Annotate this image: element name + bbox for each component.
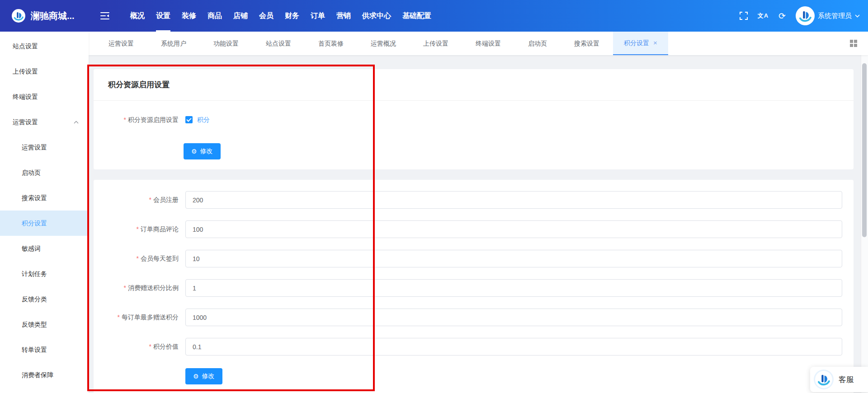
tab-launch-page[interactable]: 启动页 [514, 32, 561, 55]
nav-item-supply[interactable]: 供求中心 [362, 0, 391, 32]
support-widget[interactable]: 客服 [810, 367, 868, 392]
daily-signin-input[interactable] [185, 250, 842, 267]
nav-item-marketing[interactable]: 营销 [336, 0, 351, 32]
form-row: *订单商品评论 [94, 220, 854, 238]
field-label: *订单商品评论 [94, 220, 179, 238]
nav-item-decorate[interactable]: 装修 [182, 0, 196, 32]
consume-ratio-input[interactable] [185, 279, 842, 297]
sidebar-item-feedback-category[interactable]: 反馈分类 [0, 286, 89, 312]
modify-button-top[interactable]: ⚙ 修改 [184, 143, 221, 159]
tab-terminal-settings[interactable]: 终端设置 [462, 32, 514, 55]
scrollbar-thumb[interactable] [862, 63, 867, 237]
max-points-per-order-input[interactable] [185, 309, 842, 326]
nav-item-overview[interactable]: 概况 [130, 0, 145, 32]
sidebar-item-operation-settings-group[interactable]: 运营设置 [0, 109, 89, 135]
language-icon[interactable]: 文A [758, 12, 769, 20]
user-menu[interactable]: 系统管理员 [796, 6, 860, 25]
nav-item-goods[interactable]: 商品 [208, 0, 222, 32]
close-icon[interactable]: × [653, 32, 657, 54]
field-label: *会员注册 [94, 191, 179, 209]
tab-site-settings[interactable]: 站点设置 [252, 32, 305, 55]
main-content: 积分资源启用设置 *积分资源启用设置 积分 ⚙ 修改 *会员注册 *订单商品评论… [89, 55, 868, 393]
nav-item-shop[interactable]: 店铺 [233, 0, 248, 32]
user-name: 系统管理员 [818, 12, 852, 20]
field-label: *会员每天签到 [94, 250, 179, 267]
form-row: *每订单最多赠送积分 [94, 309, 854, 326]
brand-logo-icon [12, 9, 25, 23]
gear-icon: ⚙ [191, 148, 197, 154]
order-comment-input[interactable] [185, 220, 842, 238]
points-enable-card: 积分资源启用设置 *积分资源启用设置 积分 ⚙ 修改 [94, 69, 854, 169]
tab-home-decorate[interactable]: 首页装修 [305, 32, 357, 55]
tab-list-grid-icon[interactable] [850, 40, 857, 47]
sidebar-item-operation-settings[interactable]: 运营设置 [0, 135, 89, 160]
sidebar-item-search-settings[interactable]: 搜索设置 [0, 185, 89, 211]
chevron-down-icon [855, 14, 860, 18]
card-title: 积分资源启用设置 [94, 69, 854, 101]
form-row: *积分价值 [94, 338, 854, 356]
support-label: 客服 [839, 374, 854, 385]
tab-operation-settings[interactable]: 运营设置 [95, 32, 147, 55]
tab-upload-settings[interactable]: 上传设置 [410, 32, 462, 55]
member-register-input[interactable] [185, 191, 842, 209]
fullscreen-icon[interactable] [740, 12, 748, 20]
tab-system-users[interactable]: 系统用户 [147, 32, 200, 55]
brand-title: 澜驰商城... [31, 10, 75, 22]
main-nav: 概况 设置 装修 商品 店铺 会员 财务 订单 营销 供求中心 基础配置 [130, 0, 431, 32]
points-checkbox[interactable] [185, 116, 193, 123]
sidebar-item-launch-page[interactable]: 启动页 [0, 160, 89, 185]
vertical-scrollbar[interactable] [861, 55, 868, 393]
support-logo-icon [814, 370, 834, 389]
gear-icon: ⚙ [193, 373, 199, 379]
nav-item-order[interactable]: 订单 [311, 0, 325, 32]
nav-item-settings[interactable]: 设置 [156, 0, 170, 32]
points-enable-row: *积分资源启用设置 积分 [94, 114, 854, 125]
form-row: *会员每天签到 [94, 250, 854, 267]
sidebar-item-feedback-type[interactable]: 反馈类型 [0, 312, 89, 337]
brand[interactable]: 澜驰商城... [0, 9, 96, 23]
form-row: *会员注册 [94, 191, 854, 209]
field-label: *积分资源启用设置 [94, 114, 179, 125]
field-label: *消费赠送积分比例 [94, 279, 179, 297]
chevron-up-icon [74, 121, 79, 124]
sidebar-item-consumer-protection[interactable]: 消费者保障 [0, 362, 89, 388]
tab-bar: 运营设置 系统用户 功能设置 站点设置 首页装修 运营概况 上传设置 终端设置 … [89, 32, 868, 55]
form-row: *消费赠送积分比例 [94, 279, 854, 297]
sidebar-item-scheduled-tasks[interactable]: 计划任务 [0, 261, 89, 286]
nav-item-finance[interactable]: 财务 [285, 0, 299, 32]
tab-points-settings-label: 积分设置 [624, 32, 649, 54]
sidebar-item-points-settings[interactable]: 积分设置 [0, 211, 89, 236]
refresh-icon[interactable]: ⟳ [778, 12, 786, 20]
header-actions: 文A ⟳ 系统管理员 [740, 6, 868, 25]
menu-fold-icon[interactable] [96, 12, 114, 20]
field-label: *积分价值 [94, 338, 179, 356]
tab-operation-overview[interactable]: 运营概况 [357, 32, 410, 55]
sidebar-item-upload-settings[interactable]: 上传设置 [0, 59, 89, 84]
points-checkbox-label[interactable]: 积分 [197, 114, 210, 125]
sidebar-item-terminal-settings[interactable]: 终端设置 [0, 84, 89, 109]
sidebar: 站点设置 上传设置 终端设置 运营设置 运营设置 启动页 搜索设置 积分设置 敏… [0, 32, 89, 393]
top-header: 澜驰商城... 概况 设置 装修 商品 店铺 会员 财务 订单 营销 供求中心 … [0, 0, 868, 32]
sidebar-group-label: 运营设置 [13, 118, 38, 126]
sidebar-item-sensitive-words[interactable]: 敏感词 [0, 236, 89, 261]
point-value-input[interactable] [185, 338, 842, 356]
points-values-card: *会员注册 *订单商品评论 *会员每天签到 *消费赠送积分比例 *每订单最多赠送… [94, 180, 854, 393]
tab-search-settings[interactable]: 搜索设置 [561, 32, 613, 55]
tab-function-settings[interactable]: 功能设置 [200, 32, 252, 55]
avatar [796, 6, 815, 25]
nav-item-basic-config[interactable]: 基础配置 [402, 0, 431, 32]
field-label: *每订单最多赠送积分 [94, 309, 179, 326]
sidebar-item-site-settings[interactable]: 站点设置 [0, 33, 89, 59]
tab-points-settings[interactable]: 积分设置 × [613, 32, 668, 55]
modify-button-bottom[interactable]: ⚙ 修改 [185, 368, 222, 384]
nav-item-member[interactable]: 会员 [259, 0, 274, 32]
sidebar-item-transfer-settings[interactable]: 转单设置 [0, 337, 89, 362]
